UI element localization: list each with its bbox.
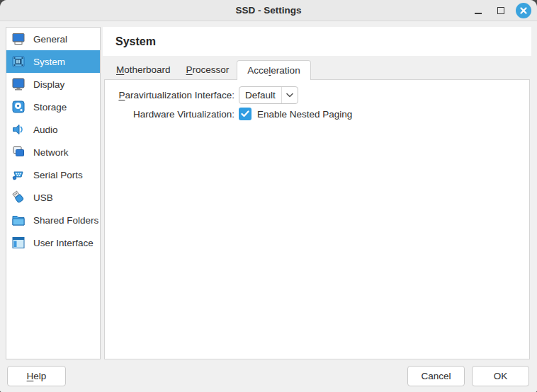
sidebar-item-label: Shared Folders <box>33 215 98 226</box>
settings-sidebar: GeneralSystemDisplayStorageAudioNetworkS… <box>6 27 101 359</box>
nested-paging-checkbox[interactable] <box>239 108 251 120</box>
storage-icon <box>11 99 26 115</box>
sidebar-item-display[interactable]: Display <box>6 73 100 96</box>
sidebar-item-label: USB <box>33 192 53 203</box>
sidebar-item-label: Serial Ports <box>33 170 83 180</box>
sidebar-item-storage[interactable]: Storage <box>6 96 100 118</box>
tab-acceleration[interactable]: Acceleration <box>237 60 310 80</box>
tab-motherboard[interactable]: Motherboard <box>108 60 179 79</box>
sidebar-item-label: Display <box>33 79 64 90</box>
sidebar-item-system[interactable]: System <box>6 50 100 73</box>
window-title: SSD - Settings <box>235 5 301 16</box>
sidebar-item-user-interface[interactable]: User Interface <box>6 231 100 254</box>
sidebar-item-label: System <box>33 57 65 67</box>
maximize-icon <box>497 7 504 14</box>
ok-button[interactable]: OK <box>472 366 529 386</box>
close-icon <box>519 6 528 15</box>
hardware-virtualization-row: Hardware Virtualization: Enable Nested P… <box>105 108 529 120</box>
settings-window: SSD - Settings GeneralSystemDisplayStora… <box>0 0 537 392</box>
nested-paging-checkbox-label[interactable]: Enable Nested Paging <box>257 109 352 120</box>
system-icon <box>11 54 26 69</box>
paravirtualization-label: Paravirtualization Interface: <box>105 90 234 100</box>
display-icon <box>11 76 26 92</box>
page-title: System <box>115 35 156 48</box>
page-header: System <box>103 27 531 56</box>
hardware-virtualization-label: Hardware Virtualization: <box>105 109 234 120</box>
maximize-button[interactable] <box>493 3 509 18</box>
sidebar-item-label: User Interface <box>33 238 94 248</box>
chevron-down-icon <box>282 93 298 98</box>
sidebar-item-label: Storage <box>33 102 67 113</box>
sidebar-item-shared-folders[interactable]: Shared Folders <box>6 209 100 231</box>
checkmark-icon <box>241 110 249 117</box>
tab-bar: MotherboardProcessorAcceleration <box>104 60 530 79</box>
cancel-button[interactable]: Cancel <box>407 366 465 386</box>
general-icon <box>11 31 26 47</box>
user-interface-icon <box>11 235 26 250</box>
titlebar: SSD - Settings <box>0 0 537 21</box>
sidebar-item-network[interactable]: Network <box>6 141 100 163</box>
network-icon <box>11 144 26 160</box>
shared-folders-icon <box>11 212 26 228</box>
audio-icon <box>11 122 26 137</box>
sidebar-item-label: Network <box>33 147 69 158</box>
paravirtualization-select[interactable]: Default <box>239 86 298 104</box>
serial-ports-icon <box>11 167 26 183</box>
minimize-button[interactable] <box>470 3 486 18</box>
sidebar-item-audio[interactable]: Audio <box>6 118 100 141</box>
usb-icon <box>11 190 26 205</box>
sidebar-item-label: Audio <box>33 125 58 135</box>
app-body: GeneralSystemDisplayStorageAudioNetworkS… <box>0 21 537 392</box>
sidebar-item-general[interactable]: General <box>6 28 100 50</box>
help-button[interactable]: Help <box>7 366 66 386</box>
sidebar-item-label: General <box>33 34 67 45</box>
minimize-icon <box>475 13 482 14</box>
paravirtualization-value: Default <box>239 90 281 100</box>
sidebar-item-serial-ports[interactable]: Serial Ports <box>6 163 100 186</box>
window-controls <box>470 0 531 21</box>
paravirtualization-row: Paravirtualization Interface: Default <box>105 86 529 104</box>
main-area: MotherboardProcessorAcceleration Paravir… <box>104 60 530 359</box>
sidebar-item-usb[interactable]: USB <box>6 186 100 209</box>
acceleration-panel: Paravirtualization Interface: Default <box>104 79 530 359</box>
tab-processor[interactable]: Processor <box>179 60 237 79</box>
close-button[interactable] <box>516 3 531 18</box>
